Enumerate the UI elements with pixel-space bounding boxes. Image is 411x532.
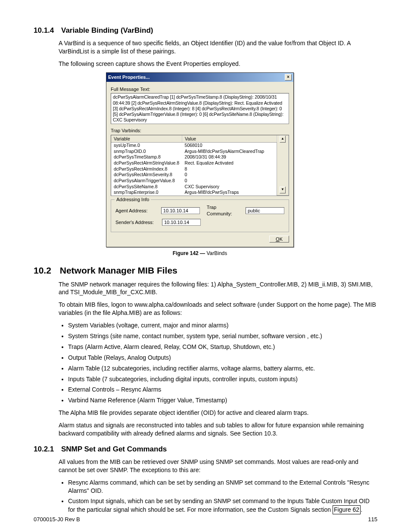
dialog-titlebar: Event Properties... × <box>106 73 293 82</box>
list-item: Output Table (Relays, Analog Outputs) <box>68 354 377 362</box>
mib-variables-list: System Variables (voltage, current, majo… <box>59 321 377 404</box>
varbinds-table-frame: Variable Value ▲ ▼ sysUpTime.05068010 sn… <box>111 135 289 196</box>
trap-varbinds-label: Trap Varbinds: <box>111 128 289 134</box>
scrollbar[interactable]: ▲ ▼ <box>277 135 289 196</box>
paragraph: All values from the MIB can be retrieved… <box>59 458 377 474</box>
heading-title: Variable Binding (VarBind) <box>61 26 153 34</box>
dialog-body: Full Message Text: dcPwrSysAlarmClearedT… <box>106 82 293 247</box>
sender-address-input[interactable] <box>162 219 201 226</box>
agent-address-input[interactable] <box>161 207 200 214</box>
paragraph: The Alpha MIB file provides separate obj… <box>59 409 377 417</box>
list-item: System Variables (voltage, current, majo… <box>68 321 377 330</box>
section-10-1-4-body: A VarBind is a sequence of two specific … <box>59 39 377 257</box>
list-item: External Controls – Resync Alarms <box>68 386 377 394</box>
page-footer: 0700015-J0 Rev B 115 <box>34 516 377 523</box>
scroll-up-icon[interactable]: ▲ <box>280 136 286 143</box>
section-10-2-1-body: All values from the MIB can be retrieved… <box>59 458 377 514</box>
heading-number: 10.1.4 <box>34 26 54 34</box>
paragraph: The SNMP network manager requires the fo… <box>59 280 377 297</box>
sender-address-label: Sender's Address: <box>115 219 159 226</box>
close-icon[interactable]: × <box>285 74 292 81</box>
list-item: Resync Alarms command, which can be set … <box>68 479 377 495</box>
agent-address-label: Agent Address: <box>115 208 158 214</box>
scroll-down-icon[interactable]: ▼ <box>280 187 286 193</box>
paragraph: A VarBind is a sequence of two specific … <box>59 39 377 56</box>
table-row[interactable]: snmpTrapOID.0Argus-MIB!dcPwrSysAlarmClea… <box>111 149 289 155</box>
list-item: System Strings (site name, contact numbe… <box>68 332 377 340</box>
paragraph: To obtain MIB files, logon to www.alpha.… <box>59 301 377 317</box>
figure-caption: Figure 142 — VarBinds <box>106 250 294 257</box>
col-variable[interactable]: Variable <box>111 135 182 143</box>
agent-address-row: Agent Address: Trap Community: <box>115 204 284 217</box>
trap-community-label: Trap Community: <box>207 204 242 217</box>
varbinds-table: Variable Value ▲ ▼ sysUpTime.05068010 sn… <box>111 135 289 196</box>
footer-page-number: 115 <box>368 516 377 523</box>
heading-10-2-1: 10.2.1 SNMP Set and Get Commands <box>34 445 377 454</box>
full-message-label: Full Message Text: <box>111 86 289 93</box>
heading-number: 10.2.1 <box>34 445 54 453</box>
table-row[interactable]: dcPwrSysRectAlrmIndex.88 <box>111 166 289 172</box>
list-item: Traps (Alarm Active, Alarm cleared, Rela… <box>68 343 377 351</box>
table-row[interactable]: dcPwrSysTimeStamp.82008/10/31 08:44:39 <box>111 154 289 160</box>
col-value[interactable]: Value <box>182 135 277 143</box>
heading-10-2: 10.2 Network Manager MIB Files <box>34 264 377 277</box>
table-row[interactable]: dcPwrSysRectAlrmSeverity.80 <box>111 172 289 178</box>
list-item: Varbind Name Reference (Alarm Trigger Va… <box>68 396 377 404</box>
ok-button[interactable]: OK <box>269 236 289 243</box>
list-item: Alarm Table (12 subcategories, including… <box>68 364 377 373</box>
list-item: Custom Input signals, which can be set b… <box>68 497 377 514</box>
addressing-info-legend: Addressing Info <box>115 196 151 203</box>
paragraph: Alarm status and signals are reconstruct… <box>59 421 377 438</box>
table-header-row: Variable Value ▲ ▼ <box>111 135 289 143</box>
dialog-buttons: OK <box>111 236 289 243</box>
page: 10.1.4 Variable Binding (VarBind) A VarB… <box>0 0 411 532</box>
list-item: Inputs Table (7 subcategories, including… <box>68 375 377 383</box>
full-message-text: dcPwrSysAlarmClearedTrap [1] dcPwrSysTim… <box>111 93 289 124</box>
footer-doc-id: 0700015-J0 Rev B <box>34 516 80 523</box>
heading-title: SNMP Set and Get Commands <box>61 445 167 453</box>
paragraph: The following screen capture shows the E… <box>59 60 377 68</box>
event-properties-dialog: Event Properties... × Full Message Text:… <box>106 72 294 247</box>
table-row[interactable]: dcPwrSysAlarmTriggerValue.80 <box>111 178 289 184</box>
table-row[interactable]: dcPwrSysRectAlrmStringValue.8Rect. Equal… <box>111 160 289 166</box>
sender-address-row: Sender's Address: <box>115 219 284 226</box>
addressing-info-fieldset: Addressing Info Agent Address: Trap Comm… <box>111 199 289 232</box>
figure-142: Event Properties... × Full Message Text:… <box>106 72 294 257</box>
figure-62-link[interactable]: Figure 62 <box>333 505 361 514</box>
table-row[interactable]: dcPwrSysSiteName.8CXC Supervisory <box>111 184 289 190</box>
heading-number: 10.2 <box>34 265 51 275</box>
figure-label: Figure 142 <box>173 250 199 256</box>
dialog-title: Event Properties... <box>108 74 150 81</box>
figure-caption-text: VarBinds <box>206 250 227 256</box>
table-row[interactable]: snmpTrapEnterprise.0Argus-MIB!dcPwrSysTr… <box>111 190 289 196</box>
heading-10-1-4: 10.1.4 Variable Binding (VarBind) <box>34 26 377 36</box>
table-row[interactable]: sysUpTime.05068010 <box>111 143 289 149</box>
exceptions-list: Resync Alarms command, which can be set … <box>59 479 377 515</box>
trap-community-input[interactable] <box>246 207 284 214</box>
heading-title: Network Manager MIB Files <box>60 265 177 275</box>
section-10-2-body: The SNMP network manager requires the fo… <box>59 280 377 438</box>
